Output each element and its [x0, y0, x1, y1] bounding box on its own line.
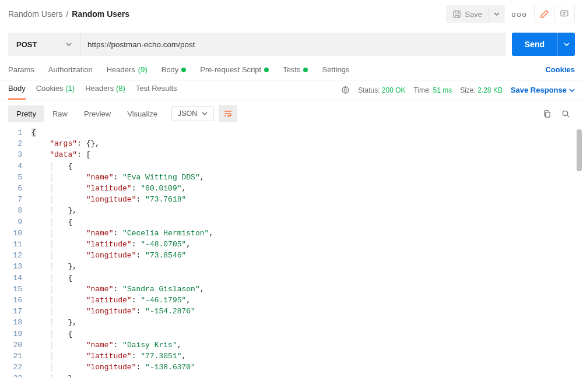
svg-rect-3 — [545, 112, 550, 116]
code-text: "args": {}, — [31, 138, 100, 149]
tab-headers-label: Headers — [107, 65, 135, 74]
globe-icon[interactable] — [341, 86, 350, 94]
method-url-group: POST — [8, 33, 506, 56]
chevron-down-icon — [494, 11, 500, 17]
breadcrumb-root[interactable]: Random Users — [8, 9, 62, 19]
code-text: │ "longitude": "73.7618" — [31, 194, 186, 205]
tab-headers[interactable]: Headers (9) — [107, 65, 147, 80]
resp-tab-test-results[interactable]: Test Results — [136, 84, 177, 100]
resp-tab-cookies[interactable]: Cookies (1) — [36, 84, 75, 100]
size-metric: Size: 2.28 KB — [460, 86, 503, 94]
chevron-down-icon — [66, 41, 72, 47]
code-text: │ "longitude": "-138.6370" — [31, 362, 195, 373]
code-line[interactable]: 10 │ "name": "Cecelia Hermiston", — [0, 228, 583, 239]
wrap-lines-button[interactable] — [219, 105, 237, 122]
viewtab-visualize[interactable]: Visualize — [119, 105, 166, 122]
size-value: 2.28 KB — [477, 86, 503, 94]
request-tabs-row: Params Authorization Headers (9) Body Pr… — [0, 65, 583, 80]
format-selector[interactable]: JSON — [171, 106, 214, 121]
comment-button[interactable] — [554, 5, 574, 23]
chevron-down-icon — [569, 87, 575, 93]
code-line[interactable]: 5 │ "name": "Eva Witting DDS", — [0, 172, 583, 183]
code-line[interactable]: 2 "args": {}, — [0, 138, 583, 149]
top-actions: Save ooo — [446, 5, 575, 23]
save-dropdown-button[interactable] — [489, 5, 505, 23]
code-line[interactable]: 16 │ "latitude": "-46.1795", — [0, 295, 583, 306]
tab-settings[interactable]: Settings — [322, 65, 349, 80]
tab-tests[interactable]: Tests — [283, 65, 308, 80]
line-number: 2 — [0, 138, 31, 149]
code-line[interactable]: 20 │ "name": "Daisy Kris", — [0, 340, 583, 351]
code-line[interactable]: 15 │ "name": "Sandra Gislason", — [0, 284, 583, 295]
resp-tab-cookies-label: Cookies — [36, 84, 64, 93]
code-line[interactable]: 21 │ "latitude": "77.3051", — [0, 351, 583, 362]
code-text: │ }, — [31, 317, 77, 328]
tab-params[interactable]: Params — [8, 65, 34, 80]
tab-tests-label: Tests — [283, 65, 300, 74]
resp-tab-body[interactable]: Body — [8, 84, 26, 100]
resp-tab-headers-count: (8) — [116, 84, 125, 93]
code-line[interactable]: 8 │ }, — [0, 205, 583, 216]
save-response-label: Save Response — [511, 86, 567, 94]
code-line[interactable]: 22 │ "longitude": "-138.6370" — [0, 362, 583, 373]
line-number: 3 — [0, 149, 31, 160]
chevron-down-icon — [202, 111, 208, 116]
code-line[interactable]: 14 │ { — [0, 273, 583, 284]
line-number: 8 — [0, 205, 31, 216]
code-line[interactable]: 18 │ }, — [0, 317, 583, 328]
response-metrics: Status: 200 OK Time: 51 ms Size: 2.28 KB — [341, 86, 503, 98]
scrollbar-thumb[interactable] — [577, 129, 582, 171]
code-line[interactable]: 23 │ }, — [0, 373, 583, 377]
line-number: 21 — [0, 351, 31, 362]
tab-prerequest-label: Pre-request Script — [200, 65, 261, 74]
send-button[interactable]: Send — [512, 33, 557, 56]
code-line[interactable]: 13 │ }, — [0, 261, 583, 272]
code-text: │ "latitude": "60.0109", — [31, 183, 186, 194]
save-response-button[interactable]: Save Response — [511, 86, 575, 98]
breadcrumb: Random Users / Random Users — [8, 9, 446, 19]
edit-button[interactable] — [535, 5, 554, 23]
more-options-button[interactable]: ooo — [511, 5, 528, 23]
dot-indicator-icon — [264, 68, 269, 72]
tab-prerequest[interactable]: Pre-request Script — [200, 65, 269, 80]
status-metric: Status: 200 OK — [358, 86, 405, 94]
send-button-group: Send — [512, 33, 575, 56]
resp-tab-headers[interactable]: Headers (8) — [85, 84, 125, 100]
resp-tab-headers-label: Headers — [85, 84, 114, 93]
tab-authorization[interactable]: Authorization — [48, 65, 93, 80]
method-selector[interactable]: POST — [8, 33, 80, 56]
resp-tab-cookies-count: (1) — [65, 84, 75, 93]
response-toolbar: Pretty Raw Preview Visualize JSON — [0, 100, 583, 127]
code-line[interactable]: 6 │ "latitude": "60.0109", — [0, 183, 583, 194]
code-line[interactable]: 17 │ "longitude": "-154.2876" — [0, 306, 583, 317]
chevron-down-icon — [564, 41, 570, 47]
code-line[interactable]: 4 │ { — [0, 161, 583, 172]
viewtab-pretty[interactable]: Pretty — [8, 105, 44, 122]
viewtab-preview[interactable]: Preview — [76, 105, 119, 122]
code-line[interactable]: 11 │ "latitude": "-48.0705", — [0, 239, 583, 250]
time-metric: Time: 51 ms — [414, 86, 452, 94]
code-text: │ "latitude": "77.3051", — [31, 351, 186, 362]
code-text: "data": [ — [31, 149, 90, 160]
copy-response-button[interactable] — [538, 105, 556, 122]
cookies-link[interactable]: Cookies — [545, 65, 575, 80]
search-response-button[interactable] — [556, 105, 575, 122]
wrap-icon — [223, 110, 233, 118]
send-dropdown-button[interactable] — [557, 33, 575, 56]
code-line[interactable]: 9 │ { — [0, 217, 583, 228]
code-text: │ }, — [31, 205, 77, 216]
tab-body[interactable]: Body — [161, 65, 187, 80]
url-input[interactable] — [80, 33, 506, 56]
code-line[interactable]: 12 │ "longitude": "73.8546" — [0, 250, 583, 261]
code-text: { — [31, 127, 36, 138]
code-text: │ { — [31, 217, 72, 228]
code-line[interactable]: 1{ — [0, 127, 583, 138]
code-line[interactable]: 7 │ "longitude": "73.7618" — [0, 194, 583, 205]
save-button[interactable]: Save — [446, 5, 489, 23]
breadcrumb-leaf[interactable]: Random Users — [72, 9, 129, 19]
response-code-scroll[interactable]: 1{2 "args": {},3 "data": [4 │ {5 │ "name… — [0, 127, 583, 377]
code-line[interactable]: 3 "data": [ — [0, 149, 583, 160]
viewtab-raw[interactable]: Raw — [44, 105, 76, 122]
method-label: POST — [16, 40, 37, 49]
code-line[interactable]: 19 │ { — [0, 329, 583, 340]
